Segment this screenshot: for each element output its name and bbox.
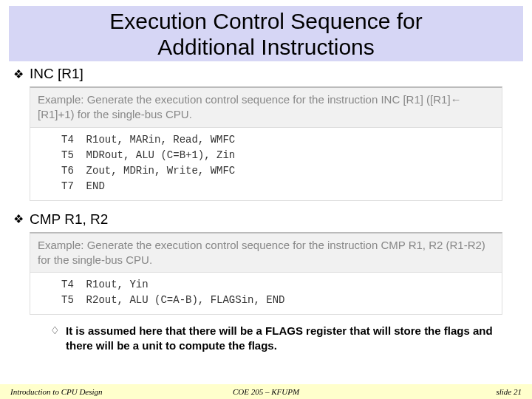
bullet-cmp-label: CMP R1, R2 (30, 211, 108, 228)
slide-footer: Introduction to CPU Design COE 205 – KFU… (0, 384, 532, 399)
example-body-inc: T4 R1out, MARin, Read, WMFC T5 MDRout, A… (30, 128, 502, 200)
title-line-2: Additional Instructions (157, 35, 375, 59)
example-header-cmp: Example: Generate the execution control … (30, 233, 502, 273)
bullet-inc-label: INC [R1] (30, 66, 83, 82)
step-line: T5 R2out, ALU (C=A-B), FLAGSin, END (61, 293, 494, 308)
slide-content: ❖ INC [R1] Example: Generate the executi… (0, 61, 532, 352)
note-row: ♢ It is assumed here that there will be … (50, 324, 519, 352)
diamond-bullet-icon: ❖ (13, 212, 24, 226)
example-body-cmp: T4 R1out, Yin T5 R2out, ALU (C=A-B), FLA… (30, 273, 502, 314)
slide-title: Execution Control Sequence for Additiona… (9, 6, 523, 61)
diamond-bullet-icon: ❖ (13, 67, 24, 81)
bullet-inc: ❖ INC [R1] (13, 66, 519, 82)
footer-left: Introduction to CPU Design (10, 387, 103, 396)
example-box-inc: Example: Generate the execution control … (30, 86, 502, 201)
title-line-1: Execution Control Sequence for (109, 9, 423, 33)
sub-diamond-icon: ♢ (50, 324, 60, 352)
example-box-cmp: Example: Generate the execution control … (30, 232, 502, 316)
step-line: T6 Zout, MDRin, Write, WMFC (61, 163, 494, 179)
footer-center: COE 205 – KFUPM (233, 387, 299, 396)
step-line: T5 MDRout, ALU (C=B+1), Zin (61, 148, 494, 163)
footer-right: slide 21 (496, 387, 522, 396)
step-line: T4 R1out, MARin, Read, WMFC (61, 132, 494, 148)
example-header-inc: Example: Generate the execution control … (30, 88, 502, 128)
step-line: T4 R1out, Yin (61, 277, 494, 293)
bullet-cmp: ❖ CMP R1, R2 (13, 211, 519, 228)
step-line: T7 END (61, 179, 494, 194)
note-text: It is assumed here that there will be a … (66, 324, 504, 352)
